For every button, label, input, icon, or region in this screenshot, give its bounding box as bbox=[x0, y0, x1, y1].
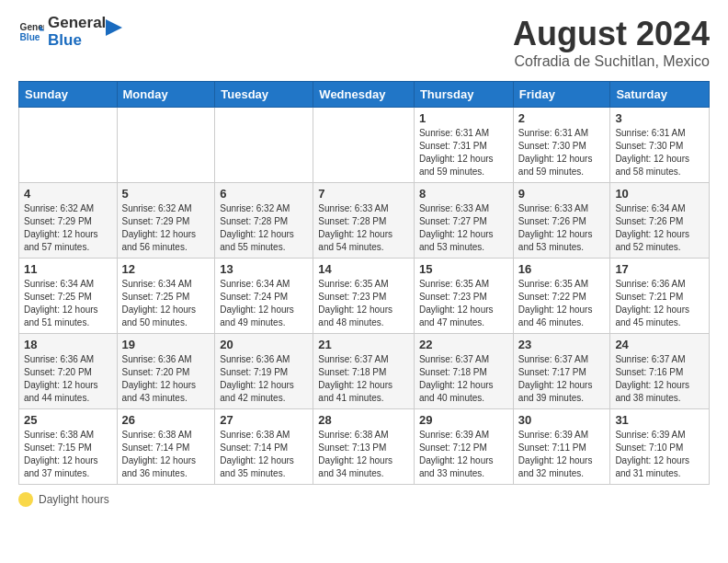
logo-blue-text: Blue bbox=[48, 32, 106, 50]
svg-text:Blue: Blue bbox=[20, 32, 40, 42]
cell-info-text: Sunrise: 6:36 AM Sunset: 7:19 PM Dayligh… bbox=[220, 353, 308, 405]
cell-info-text: Sunrise: 6:37 AM Sunset: 7:18 PM Dayligh… bbox=[419, 353, 508, 405]
calendar-week-row: 18Sunrise: 6:36 AM Sunset: 7:20 PM Dayli… bbox=[19, 334, 710, 409]
calendar-cell: 20Sunrise: 6:36 AM Sunset: 7:19 PM Dayli… bbox=[215, 334, 313, 409]
calendar-week-row: 25Sunrise: 6:38 AM Sunset: 7:15 PM Dayli… bbox=[19, 409, 710, 485]
cell-day-number: 4 bbox=[24, 187, 112, 201]
calendar-cell: 30Sunrise: 6:39 AM Sunset: 7:11 PM Dayli… bbox=[513, 409, 610, 485]
logo-icon: General Blue bbox=[18, 19, 44, 45]
cell-info-text: Sunrise: 6:33 AM Sunset: 7:28 PM Dayligh… bbox=[318, 202, 409, 254]
calendar-cell: 17Sunrise: 6:36 AM Sunset: 7:21 PM Dayli… bbox=[610, 259, 710, 334]
calendar-cell: 13Sunrise: 6:34 AM Sunset: 7:24 PM Dayli… bbox=[215, 259, 313, 334]
cell-info-text: Sunrise: 6:35 AM Sunset: 7:23 PM Dayligh… bbox=[318, 278, 409, 329]
daylight-legend-icon bbox=[18, 492, 33, 507]
calendar-day-header: Saturday bbox=[610, 82, 710, 108]
cell-day-number: 6 bbox=[220, 187, 308, 201]
calendar-cell bbox=[215, 108, 313, 183]
calendar-day-header: Sunday bbox=[19, 82, 118, 108]
calendar-cell: 8Sunrise: 6:33 AM Sunset: 7:27 PM Daylig… bbox=[414, 183, 513, 259]
subtitle: Cofradia de Suchitlan, Mexico bbox=[513, 53, 710, 70]
cell-info-text: Sunrise: 6:38 AM Sunset: 7:14 PM Dayligh… bbox=[220, 429, 308, 480]
legend-label: Daylight hours bbox=[39, 493, 109, 506]
calendar-week-row: 1Sunrise: 6:31 AM Sunset: 7:31 PM Daylig… bbox=[19, 108, 710, 183]
cell-info-text: Sunrise: 6:36 AM Sunset: 7:20 PM Dayligh… bbox=[24, 353, 112, 405]
cell-day-number: 28 bbox=[318, 413, 409, 427]
calendar-cell: 4Sunrise: 6:32 AM Sunset: 7:29 PM Daylig… bbox=[19, 183, 118, 259]
title-area: August 2024 Cofradia de Suchitlan, Mexic… bbox=[513, 15, 710, 70]
calendar-day-header: Friday bbox=[513, 82, 610, 108]
cell-day-number: 29 bbox=[419, 413, 508, 427]
calendar-cell: 19Sunrise: 6:36 AM Sunset: 7:20 PM Dayli… bbox=[117, 334, 215, 409]
calendar-cell: 25Sunrise: 6:38 AM Sunset: 7:15 PM Dayli… bbox=[19, 409, 118, 485]
calendar-cell: 29Sunrise: 6:39 AM Sunset: 7:12 PM Dayli… bbox=[414, 409, 513, 485]
cell-info-text: Sunrise: 6:38 AM Sunset: 7:15 PM Dayligh… bbox=[24, 429, 112, 480]
calendar-cell: 28Sunrise: 6:38 AM Sunset: 7:13 PM Dayli… bbox=[313, 409, 415, 485]
calendar-day-header: Tuesday bbox=[215, 82, 313, 108]
calendar-cell: 11Sunrise: 6:34 AM Sunset: 7:25 PM Dayli… bbox=[19, 259, 118, 334]
cell-day-number: 15 bbox=[419, 262, 508, 276]
cell-info-text: Sunrise: 6:34 AM Sunset: 7:24 PM Dayligh… bbox=[220, 278, 308, 329]
svg-marker-3 bbox=[106, 19, 122, 36]
calendar-table: SundayMondayTuesdayWednesdayThursdayFrid… bbox=[18, 81, 710, 485]
calendar-cell: 6Sunrise: 6:32 AM Sunset: 7:28 PM Daylig… bbox=[215, 183, 313, 259]
calendar-day-header: Monday bbox=[117, 82, 215, 108]
calendar-cell: 2Sunrise: 6:31 AM Sunset: 7:30 PM Daylig… bbox=[513, 108, 610, 183]
cell-day-number: 2 bbox=[518, 111, 606, 125]
cell-day-number: 31 bbox=[615, 413, 704, 427]
calendar-cell: 10Sunrise: 6:34 AM Sunset: 7:26 PM Dayli… bbox=[610, 183, 710, 259]
calendar-cell: 23Sunrise: 6:37 AM Sunset: 7:17 PM Dayli… bbox=[513, 334, 610, 409]
cell-day-number: 3 bbox=[615, 111, 704, 125]
cell-info-text: Sunrise: 6:31 AM Sunset: 7:30 PM Dayligh… bbox=[615, 127, 704, 178]
calendar-cell: 5Sunrise: 6:32 AM Sunset: 7:29 PM Daylig… bbox=[117, 183, 215, 259]
calendar-cell: 16Sunrise: 6:35 AM Sunset: 7:22 PM Dayli… bbox=[513, 259, 610, 334]
cell-day-number: 17 bbox=[615, 262, 704, 276]
cell-day-number: 18 bbox=[24, 338, 112, 351]
calendar-cell: 9Sunrise: 6:33 AM Sunset: 7:26 PM Daylig… bbox=[513, 183, 610, 259]
calendar-cell: 18Sunrise: 6:36 AM Sunset: 7:20 PM Dayli… bbox=[19, 334, 118, 409]
cell-info-text: Sunrise: 6:38 AM Sunset: 7:14 PM Dayligh… bbox=[122, 429, 210, 480]
logo-arrow-icon bbox=[106, 19, 122, 36]
calendar-cell bbox=[19, 108, 118, 183]
logo: General Blue General Blue bbox=[18, 15, 122, 49]
cell-info-text: Sunrise: 6:32 AM Sunset: 7:29 PM Dayligh… bbox=[24, 202, 112, 254]
cell-day-number: 19 bbox=[122, 338, 210, 351]
cell-info-text: Sunrise: 6:38 AM Sunset: 7:13 PM Dayligh… bbox=[318, 429, 409, 480]
cell-day-number: 5 bbox=[122, 187, 210, 201]
cell-day-number: 16 bbox=[518, 262, 606, 276]
calendar-cell: 27Sunrise: 6:38 AM Sunset: 7:14 PM Dayli… bbox=[215, 409, 313, 485]
cell-day-number: 24 bbox=[615, 338, 704, 351]
cell-info-text: Sunrise: 6:35 AM Sunset: 7:22 PM Dayligh… bbox=[518, 278, 606, 329]
cell-day-number: 20 bbox=[220, 338, 308, 351]
calendar-cell: 24Sunrise: 6:37 AM Sunset: 7:16 PM Dayli… bbox=[610, 334, 710, 409]
cell-info-text: Sunrise: 6:35 AM Sunset: 7:23 PM Dayligh… bbox=[419, 278, 508, 329]
calendar-cell: 31Sunrise: 6:39 AM Sunset: 7:10 PM Dayli… bbox=[610, 409, 710, 485]
cell-info-text: Sunrise: 6:39 AM Sunset: 7:12 PM Dayligh… bbox=[419, 429, 508, 480]
logo-general-text: General bbox=[48, 15, 106, 32]
calendar-cell: 22Sunrise: 6:37 AM Sunset: 7:18 PM Dayli… bbox=[414, 334, 513, 409]
cell-day-number: 11 bbox=[24, 262, 112, 276]
calendar-day-header: Thursday bbox=[414, 82, 513, 108]
calendar-cell: 21Sunrise: 6:37 AM Sunset: 7:18 PM Dayli… bbox=[313, 334, 415, 409]
cell-day-number: 1 bbox=[419, 111, 508, 125]
cell-info-text: Sunrise: 6:36 AM Sunset: 7:20 PM Dayligh… bbox=[122, 353, 210, 405]
cell-info-text: Sunrise: 6:37 AM Sunset: 7:16 PM Dayligh… bbox=[615, 353, 704, 405]
cell-day-number: 23 bbox=[518, 338, 606, 351]
cell-info-text: Sunrise: 6:37 AM Sunset: 7:18 PM Dayligh… bbox=[318, 353, 409, 405]
cell-info-text: Sunrise: 6:31 AM Sunset: 7:31 PM Dayligh… bbox=[419, 127, 508, 178]
cell-day-number: 30 bbox=[518, 413, 606, 427]
cell-day-number: 13 bbox=[220, 262, 308, 276]
cell-info-text: Sunrise: 6:33 AM Sunset: 7:27 PM Dayligh… bbox=[419, 202, 508, 254]
main-title: August 2024 bbox=[513, 15, 710, 53]
calendar-day-header: Wednesday bbox=[313, 82, 415, 108]
cell-day-number: 9 bbox=[518, 187, 606, 201]
calendar-cell bbox=[117, 108, 215, 183]
cell-day-number: 27 bbox=[220, 413, 308, 427]
calendar-cell: 7Sunrise: 6:33 AM Sunset: 7:28 PM Daylig… bbox=[313, 183, 415, 259]
cell-day-number: 25 bbox=[24, 413, 112, 427]
cell-info-text: Sunrise: 6:39 AM Sunset: 7:11 PM Dayligh… bbox=[518, 429, 606, 480]
calendar-cell: 15Sunrise: 6:35 AM Sunset: 7:23 PM Dayli… bbox=[414, 259, 513, 334]
calendar-cell bbox=[313, 108, 415, 183]
cell-day-number: 12 bbox=[122, 262, 210, 276]
cell-info-text: Sunrise: 6:34 AM Sunset: 7:26 PM Dayligh… bbox=[615, 202, 704, 254]
cell-day-number: 8 bbox=[419, 187, 508, 201]
